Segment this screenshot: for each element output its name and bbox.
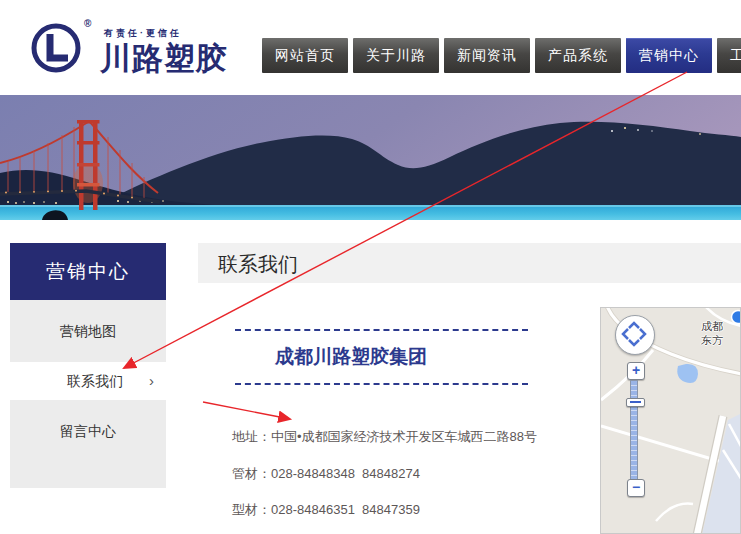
contact-phone-profiles: 型材：028-84846351 84847359	[232, 501, 420, 519]
page-title-bar: 联系我们	[198, 243, 741, 283]
chevron-up-icon	[629, 323, 639, 328]
contact-phone-pipes: 管材：028-84848348 84848274	[232, 465, 420, 483]
map-label-chengdu: 成都	[701, 319, 723, 334]
company-title: 成都川路塑胶集团	[275, 344, 427, 370]
nav-item-products[interactable]: 产品系统	[535, 38, 621, 73]
sidebar-item-marketing-map[interactable]: 营销地图	[10, 312, 166, 350]
zoom-slider-handle[interactable]	[626, 398, 645, 407]
nav-item-cases[interactable]: 工程案例	[717, 38, 741, 73]
chevron-left-icon	[623, 329, 628, 339]
zoom-out-button[interactable]: −	[627, 479, 645, 497]
arrow-to-address	[203, 402, 290, 419]
contact-address: 地址：中国•成都国家经济技术开发区车城西二路88号	[232, 428, 537, 446]
zoom-in-button[interactable]: +	[627, 362, 645, 380]
page: ® 有责任·更信任 川路塑胶 网站首页 关于川路 新闻资讯 产品系统 营销中心 …	[0, 0, 741, 534]
map-poi-icon	[732, 311, 741, 324]
sidebar-item-contact-us[interactable]: 联系我们 ›	[10, 362, 180, 400]
sidebar-item-message-center[interactable]: 留言中心	[10, 412, 166, 450]
map-label-dongfang: 东方	[701, 333, 723, 348]
sidebar-item-label: 联系我们	[67, 373, 123, 389]
site-logo[interactable]: ® 有责任·更信任 川路塑胶	[28, 16, 248, 82]
sidebar-title: 营销中心	[10, 243, 166, 300]
logo-cl-icon	[30, 22, 82, 74]
chevron-down-icon	[629, 340, 639, 345]
page-title: 联系我们	[218, 251, 298, 278]
nav-item-home[interactable]: 网站首页	[262, 38, 348, 73]
chevron-right-icon	[640, 329, 645, 339]
nav-item-about[interactable]: 关于川路	[353, 38, 439, 73]
nav-item-news[interactable]: 新闻资讯	[444, 38, 530, 73]
nav-item-marketing[interactable]: 营销中心	[626, 38, 712, 73]
sidebar-menu: 营销地图 联系我们 › 留言中心	[10, 300, 166, 488]
map-pan-control[interactable]	[615, 315, 655, 355]
dashed-divider-top	[235, 329, 528, 331]
chevron-right-icon: ›	[149, 362, 154, 400]
location-map[interactable]: 成都 东方 + −	[600, 307, 741, 534]
hero-banner-image	[0, 95, 741, 220]
logo-company-name: 川路塑胶	[100, 38, 228, 80]
zoom-slider-track[interactable]	[630, 380, 638, 486]
site-header: ® 有责任·更信任 川路塑胶 网站首页 关于川路 新闻资讯 产品系统 营销中心 …	[0, 0, 741, 95]
dashed-divider-bottom	[235, 383, 528, 385]
registered-mark: ®	[84, 18, 91, 29]
